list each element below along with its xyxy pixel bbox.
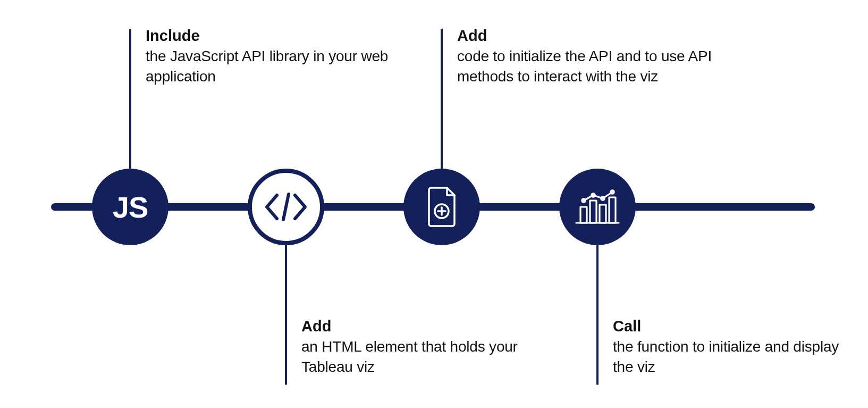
connector-step-2 xyxy=(285,244,287,385)
caption-step-1: Include the JavaScript API library in yo… xyxy=(146,26,395,87)
caption-title: Add xyxy=(457,26,734,45)
step-4-circle xyxy=(559,169,636,245)
connector-step-4 xyxy=(596,244,599,385)
svg-rect-7 xyxy=(600,205,606,223)
step-2-circle xyxy=(248,169,324,245)
caption-step-2: Add an HTML element that holds your Tabl… xyxy=(301,317,551,377)
chart-icon xyxy=(574,188,621,226)
step-3-circle xyxy=(403,169,480,245)
caption-title: Add xyxy=(301,317,551,336)
caption-body: the JavaScript API library in your web a… xyxy=(146,46,395,87)
svg-rect-6 xyxy=(590,201,596,223)
js-icon: JS xyxy=(113,190,148,224)
caption-body: an HTML element that holds your Tableau … xyxy=(301,337,551,377)
svg-rect-8 xyxy=(609,197,616,223)
svg-line-0 xyxy=(283,194,289,220)
caption-step-3: Add code to initialize the API and to us… xyxy=(457,26,734,87)
caption-title: Call xyxy=(613,317,863,336)
step-1-circle: JS xyxy=(92,169,168,245)
caption-title: Include xyxy=(146,26,395,45)
caption-body: code to initialize the API and to use AP… xyxy=(457,46,734,87)
svg-rect-5 xyxy=(580,207,587,223)
code-brackets-icon xyxy=(264,191,308,222)
connector-step-1 xyxy=(129,29,131,170)
file-add-icon xyxy=(425,186,459,228)
connector-step-3 xyxy=(441,29,443,170)
caption-body: the function to initialize and display t… xyxy=(613,337,863,377)
caption-step-4: Call the function to initialize and disp… xyxy=(613,317,863,377)
process-diagram: Include the JavaScript API library in yo… xyxy=(0,0,868,408)
